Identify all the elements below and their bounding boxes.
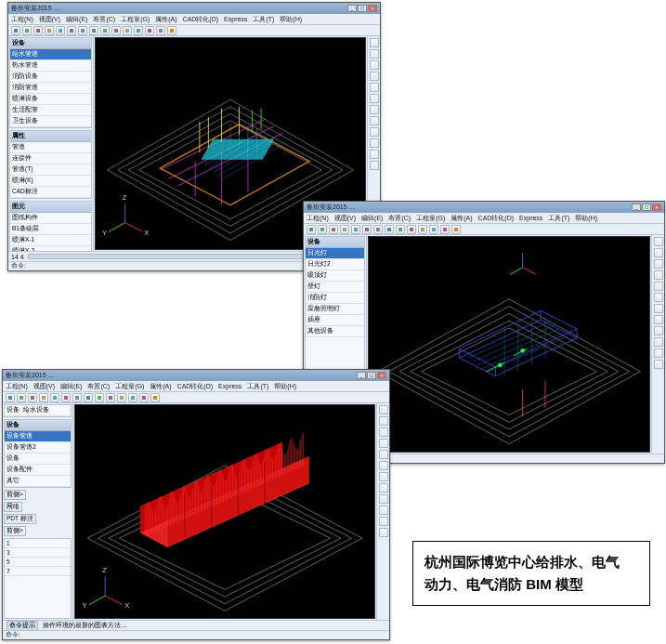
vtool-icon[interactable] [370,161,379,170]
prop-item[interactable]: 连接件 [10,153,91,164]
tool-icon[interactable] [117,393,126,402]
vtool-icon[interactable] [379,461,388,470]
tree-item[interactable]: 5 [5,558,71,567]
tool-icon[interactable] [418,225,427,234]
menu-item[interactable]: CAD转化(D) [183,15,219,24]
tool-icon[interactable] [111,26,121,35]
vtool-icon[interactable] [654,237,663,246]
prop-item[interactable]: 管道(T) [10,164,91,176]
tool-icon[interactable] [385,225,394,234]
menu-item[interactable]: 属性(A) [155,15,176,24]
list-item[interactable]: 设备配件 [5,465,71,476]
menu-item[interactable]: Express [224,16,247,22]
vtool-icon[interactable] [370,127,379,137]
prop-item[interactable]: 管道 [10,142,91,153]
tool-icon[interactable] [106,393,115,402]
tab[interactable]: 设备 [7,406,20,414]
tool-icon[interactable] [440,225,450,234]
prop-item[interactable]: 喷淋(K) [10,176,91,187]
hscroll-left[interactable]: 14 4 [11,254,24,260]
minimize-button[interactable]: _ [632,204,641,211]
menu-item[interactable]: 编辑(E) [361,214,383,223]
tool-icon[interactable] [396,225,405,234]
3d-viewport[interactable] [368,236,650,453]
list-item[interactable]: 吸顶灯 [306,270,364,282]
list-item[interactable]: 设备管道2 [5,442,71,453]
tool-icon[interactable] [78,26,87,35]
menu-item[interactable]: 工程(N) [6,382,28,391]
menu-item[interactable]: 帮助(H) [274,382,296,391]
menu-item[interactable]: 属性(A) [150,382,171,391]
menu-item[interactable]: 帮助(H) [280,15,302,24]
menu-item[interactable]: 视图(V) [39,15,60,24]
vtool-icon[interactable] [370,38,379,47]
menu-item[interactable]: 帮助(H) [575,214,597,223]
vtool-icon[interactable] [370,60,379,70]
vtool-icon[interactable] [379,506,388,515]
tool-icon[interactable] [307,225,316,234]
close-button[interactable]: × [368,5,377,12]
tool-icon[interactable] [89,26,98,35]
tool-icon[interactable] [150,393,160,402]
close-button[interactable]: × [652,204,661,211]
titlebar[interactable]: 鲁班安装2015 … _ □ × [304,202,664,213]
vtool-icon[interactable] [654,293,663,302]
tool-icon[interactable] [139,393,149,402]
tree-item[interactable]: 图纸构件 [10,213,91,224]
tool-icon[interactable] [429,225,438,234]
tool-icon[interactable] [28,393,37,402]
menu-item[interactable]: CAD转化(D) [177,382,214,391]
vtool-icon[interactable] [379,427,388,437]
menu-item[interactable]: 工程(N) [11,15,33,24]
vtool-icon[interactable] [654,348,663,358]
vtool-icon[interactable] [654,270,663,280]
menu-item[interactable]: 编辑(E) [66,15,87,24]
tree-item[interactable]: 喷淋X-1 [10,235,91,246]
tool-icon[interactable] [84,393,93,402]
tree-item[interactable]: 7 [5,567,71,576]
vtool-icon[interactable] [379,472,388,481]
vtool-icon[interactable] [654,315,663,324]
tool-icon[interactable] [50,393,59,402]
footer-head[interactable]: 命令提示 [7,621,38,631]
vtool-icon[interactable] [370,72,379,81]
vtool-icon[interactable] [379,517,388,526]
menu-item[interactable]: 工具(T) [548,214,569,223]
minimize-button[interactable]: _ [357,372,366,379]
tool-icon[interactable] [22,26,32,35]
vtool-icon[interactable] [654,282,663,291]
vtool-icon[interactable] [379,439,388,448]
panel-button[interactable]: 网络 [4,502,22,512]
vtool-icon[interactable] [379,483,388,493]
vtool-icon[interactable] [654,248,663,257]
category-item[interactable]: 消防管道 [10,83,91,94]
titlebar[interactable]: 鲁班安装2015 … _ □ × [3,370,389,381]
tool-icon[interactable] [39,393,48,402]
minimize-button[interactable]: _ [347,5,357,12]
category-item[interactable]: 卫生设备 [10,116,91,127]
tool-icon[interactable] [373,225,383,234]
tool-icon[interactable] [95,393,104,402]
tool-icon[interactable] [145,26,154,35]
tool-icon[interactable] [167,26,176,35]
menu-item[interactable]: 布置(C) [87,382,110,391]
category-item[interactable]: 消防设备 [10,72,91,83]
menu-item[interactable]: Express [218,383,242,389]
menu-item[interactable]: 工程(N) [307,214,329,223]
category-item[interactable]: 给水管道 [10,49,91,60]
3d-viewport[interactable]: ZXY [74,404,375,619]
list-item[interactable]: 日光灯 [306,248,364,259]
tool-icon[interactable] [67,26,76,35]
category-item[interactable]: 热水管道 [10,60,91,72]
panel-button[interactable]: 前侧> [4,490,26,500]
tool-icon[interactable] [128,393,137,402]
close-button[interactable]: × [377,372,386,379]
vtool-icon[interactable] [370,116,379,125]
list-item[interactable]: 设备管道 [5,431,71,442]
menu-item[interactable]: 编辑(E) [60,382,82,391]
tree-item[interactable]: 1 [5,539,71,548]
tree-item[interactable]: 3 [5,548,71,558]
vtool-icon[interactable] [654,304,663,313]
list-item[interactable]: 插座 [306,315,364,326]
menu-item[interactable]: 工具(T) [253,15,274,24]
